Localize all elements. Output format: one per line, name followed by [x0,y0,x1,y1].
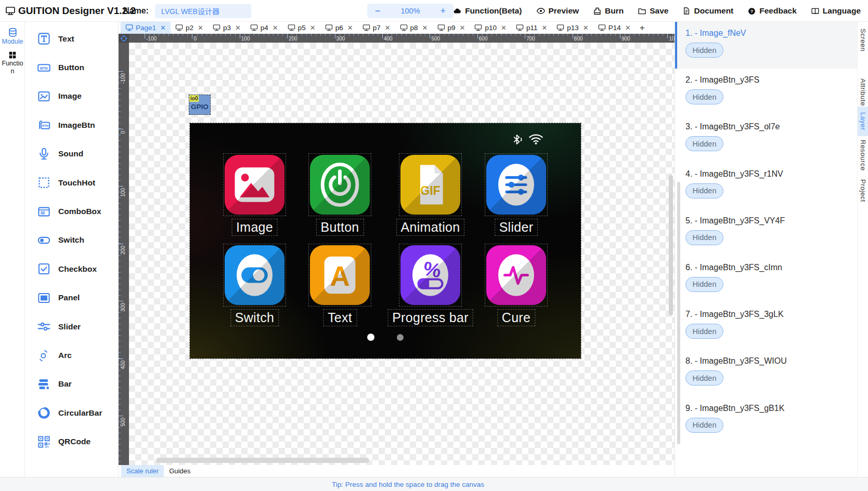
app-label-animation[interactable]: Animation [396,219,465,236]
app-label-cure[interactable]: Cure [497,309,535,326]
menu-document[interactable]: Document [682,6,733,16]
layer-item-3-imagebtn-y3fs-ol7e[interactable]: 3. - ImageBtn_y3FS_ol7eHidden [675,115,857,162]
close-icon[interactable]: ✕ [198,24,203,32]
palette-item-sound[interactable]: Sound [25,140,118,168]
module-tab-module[interactable]: Module [0,22,25,45]
palette-item-arc[interactable]: Arc [25,341,118,369]
project-name-input[interactable] [155,4,251,18]
layer-item-8-imagebtn-y3fs-wiou[interactable]: 8. - ImageBtn_y3FS_WIOUHidden [675,350,857,396]
close-icon[interactable]: ✕ [460,24,465,32]
page-tab-p4[interactable]: p4✕ [245,22,283,34]
layer-item-9-imagebtn-y3fs-gb1k[interactable]: 9. - ImageBtn_y3FS_gB1KHidden [675,397,857,444]
app-icon-animation[interactable]: GIF [400,155,460,215]
side-tab-resource[interactable]: Resource [858,137,868,174]
hidden-toggle-button[interactable]: Hidden [685,43,723,58]
close-icon[interactable]: ✕ [422,24,428,32]
app-icon-slider[interactable] [486,155,546,215]
app-label-progress-bar[interactable]: Progress bar [387,309,473,326]
menu-burn[interactable]: Burn [593,6,624,16]
close-icon[interactable]: ✕ [273,24,278,32]
add-page-button[interactable]: + [636,23,649,33]
palette-item-bar[interactable]: Bar [25,370,118,399]
device-screen-mockup[interactable]: ImageButtonGIFAnimationSliderSwitchAText… [190,123,581,359]
page-tab-p10[interactable]: p10✕ [470,22,511,34]
page-tab-p6[interactable]: p6✕ [320,22,358,34]
hidden-toggle-button[interactable]: Hidden [685,324,723,339]
layer-item-5-imagebtn-y3fs-vy4f[interactable]: 5. - ImageBtn_y3FS_VY4FHidden [675,209,857,256]
layer-item-4-imagebtn-y3fs-r1nv[interactable]: 4. - ImageBtn_y3FS_r1NVHidden [675,163,857,209]
palette-item-imagebtn[interactable]: BTNImageBtn [25,111,118,139]
close-icon[interactable]: ✕ [385,24,391,32]
side-tab-attribute[interactable]: Attribute [858,76,868,108]
design-viewport[interactable]: io0 GPIO ImageButtonGIFAnimationSliderSw… [129,43,675,465]
page-tab-page1[interactable]: Page1✕ [121,22,171,34]
app-label-text[interactable]: Text [323,309,357,326]
side-tab-screen[interactable]: Screen [858,27,868,53]
app-label-slider[interactable]: Slider [495,219,538,236]
page-tab-p7[interactable]: p7✕ [358,22,395,34]
panel-scrollbar[interactable] [677,182,680,444]
page-tab-p8[interactable]: p8✕ [395,22,433,34]
app-label-button[interactable]: Button [316,219,364,236]
layer-item-2-imagebtn-y3fs[interactable]: 2. - ImageBtn_y3FSHidden [675,69,857,115]
palette-item-combobox[interactable]: ComboBox [25,197,118,225]
menu-language[interactable]: Language [811,6,861,16]
app-icon-cure[interactable] [486,245,546,305]
side-tab-layer[interactable]: Layer [858,107,868,136]
app-icon-progress-bar[interactable]: % [400,245,460,305]
page-dot-active[interactable] [367,334,374,341]
vertical-scrollbar[interactable] [669,175,673,315]
page-tab-p5[interactable]: p5✕ [283,22,320,34]
menu-preview[interactable]: Preview [536,6,579,16]
palette-item-button[interactable]: BTNButton [25,53,118,82]
close-icon[interactable]: ✕ [583,24,589,32]
footer-tab-guides[interactable]: Guides [164,465,196,477]
hidden-toggle-button[interactable]: Hidden [685,230,723,245]
palette-item-image[interactable]: Image [25,82,118,111]
close-icon[interactable]: ✕ [160,24,166,32]
hidden-toggle-button[interactable]: Hidden [685,370,723,386]
menu-function-beta[interactable]: Function(Beta) [453,6,522,16]
close-icon[interactable]: ✕ [541,24,547,32]
app-icon-image[interactable] [225,155,284,215]
app-icon-switch[interactable] [225,245,284,305]
palette-item-panel[interactable]: Panel [25,284,118,312]
close-icon[interactable]: ✕ [235,24,241,32]
page-tab-p11[interactable]: p11✕ [511,22,552,34]
hidden-toggle-button[interactable]: Hidden [685,277,723,292]
close-icon[interactable]: ✕ [310,24,316,32]
page-tab-p2[interactable]: p2✕ [171,22,208,34]
palette-item-qrcode[interactable]: QRCode [25,427,118,456]
page-tab-p3[interactable]: p3✕ [208,22,245,34]
layer-item-6-imagebtn-y3fs-cimn[interactable]: 6. - ImageBtn_y3FS_cImnHidden [675,256,857,303]
app-label-switch[interactable]: Switch [230,309,279,326]
hidden-toggle-button[interactable]: Hidden [685,136,723,151]
zoom-out-button[interactable]: − [375,6,381,16]
page-tab-p9[interactable]: p9✕ [433,22,470,34]
layer-item-7-imagebtn-y3fs-3glk[interactable]: 7. - ImageBtn_y3FS_3gLKHidden [675,303,857,350]
palette-item-circularbar[interactable]: CircularBar [25,399,118,427]
menu-save[interactable]: Save [638,6,668,16]
hidden-toggle-button[interactable]: Hidden [685,418,723,433]
hidden-toggle-button[interactable]: Hidden [685,89,723,104]
gpio-widget[interactable]: io0 GPIO [189,95,211,115]
palette-item-slider[interactable]: Slider [25,312,118,341]
page-tab-p13[interactable]: p13✕ [552,22,593,34]
palette-item-checkbox[interactable]: Checkbox [25,255,118,283]
close-icon[interactable]: ✕ [625,24,631,32]
app-icon-button[interactable] [310,155,370,215]
menu-feedback[interactable]: ?Feedback [747,6,797,16]
horizontal-scrollbar[interactable] [156,458,369,463]
app-label-image[interactable]: Image [231,219,278,236]
ruler-origin-icon[interactable] [119,34,129,43]
zoom-in-button[interactable]: + [440,6,446,16]
app-icon-text[interactable]: A [310,245,370,305]
palette-item-text[interactable]: Text [25,24,118,53]
side-tab-project[interactable]: Project [858,176,868,205]
footer-tab-scale-ruler[interactable]: Scale ruler [121,465,164,477]
page-dot[interactable] [397,334,404,341]
close-icon[interactable]: ✕ [347,24,353,32]
page-tab-p14[interactable]: P14✕ [593,22,636,34]
palette-item-touchhot[interactable]: TouchHot [25,168,118,197]
close-icon[interactable]: ✕ [501,24,507,32]
